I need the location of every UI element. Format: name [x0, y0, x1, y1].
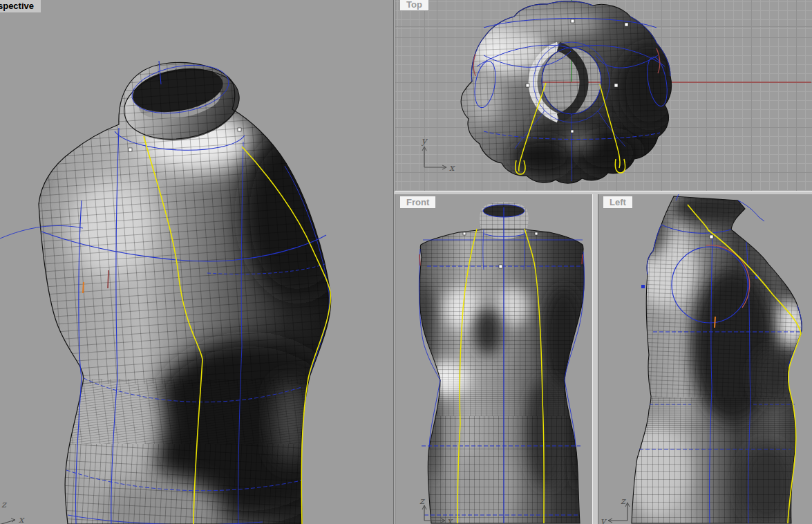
dress-form-model-left[interactable] [598, 194, 812, 524]
wireframe [598, 194, 812, 524]
axis-letter-z: z [1, 499, 7, 509]
viewport-label-perspective[interactable]: Perspective [0, 0, 41, 12]
axis-letter-x: x [449, 162, 455, 173]
wireframe [395, 194, 592, 524]
viewport-top[interactable]: Top [395, 0, 812, 191]
top-axis-icon: y x [421, 135, 455, 173]
viewport-perspective[interactable]: Perspective [0, 0, 394, 524]
perspective-axis-icon: z x [0, 499, 25, 524]
dress-form-model-top[interactable] [442, 0, 719, 191]
viewport-canvas: Perspective [0, 0, 812, 524]
viewport-label-front[interactable]: Front [399, 196, 436, 209]
axis-letter-y: y [421, 135, 428, 146]
axis-letter-z: z [621, 496, 626, 506]
viewport-label-top[interactable]: Top [399, 0, 429, 11]
control-points[interactable] [710, 235, 713, 238]
axis-letter-y: y [600, 516, 607, 524]
viewport-left[interactable]: Left [598, 194, 812, 524]
selection-markers [715, 317, 715, 328]
front-view-canvas[interactable]: z x [395, 194, 592, 524]
wireframe [442, 0, 719, 191]
viewport-label-left[interactable]: Left [603, 196, 633, 209]
axis-letter-z: z [419, 496, 425, 506]
axis-letter-x: x [19, 514, 25, 524]
top-view-canvas[interactable]: y x [395, 0, 812, 191]
viewport-front[interactable]: Front [395, 194, 593, 524]
dress-form-model-perspective[interactable] [0, 0, 393, 524]
perspective-view-canvas[interactable]: z x [0, 0, 393, 524]
left-view-canvas[interactable]: z y [598, 194, 812, 524]
dress-form-model-front[interactable] [395, 194, 592, 524]
left-axis-icon: z y [600, 496, 630, 524]
